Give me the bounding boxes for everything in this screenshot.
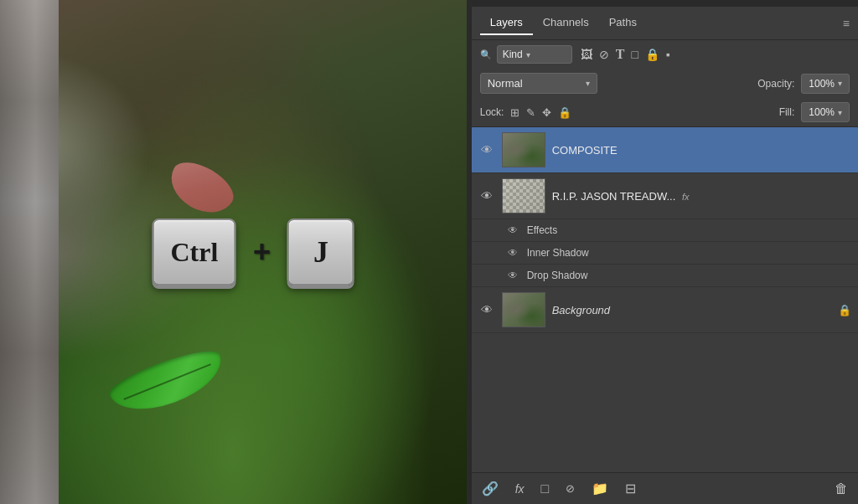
composite-thumb-image	[503, 133, 545, 167]
layer-thumb-background	[502, 292, 545, 327]
stone-pillar	[0, 0, 59, 504]
layer-info-composite: COMPOSITE	[552, 144, 851, 157]
fx-icon[interactable]: fx	[512, 479, 528, 499]
fill-label: Fill:	[779, 106, 795, 118]
drop-shadow-visibility-icon[interactable]: 👁	[505, 268, 520, 283]
inner-shadow-label: Inner Shadow	[527, 247, 589, 259]
image-filter-icon[interactable]: 🖼	[581, 48, 592, 61]
effects-visibility-icon[interactable]: 👁	[505, 223, 520, 238]
layer-item-background[interactable]: 👁 Background 🔒	[472, 287, 858, 333]
layer-visibility-rip[interactable]: 👁	[478, 188, 495, 204]
pixel-filter-icon[interactable]: ▪	[666, 48, 670, 61]
drop-shadow-effect[interactable]: 👁 Drop Shadow	[472, 265, 858, 287]
filter-kind-select[interactable]: Kind ▾	[497, 45, 572, 64]
chevron-down-icon: ▾	[526, 50, 530, 59]
layer-name-background: Background	[552, 304, 831, 316]
blend-mode-select[interactable]: Normal ▾	[480, 73, 597, 94]
drop-shadow-label: Drop Shadow	[527, 270, 588, 281]
ctrl-key: Ctrl	[152, 219, 236, 285]
fill-input[interactable]: 100% ▾	[801, 102, 850, 122]
layer-visibility-composite[interactable]: 👁	[478, 141, 495, 158]
shape-filter-icon[interactable]: □	[631, 48, 638, 61]
circle-filter-icon[interactable]: ⊘	[599, 48, 609, 61]
tabs-bar: Layers Channels Paths ≡	[472, 7, 858, 40]
effects-group: 👁 Effects 👁 Inner Shadow 👁 Drop Shadow	[472, 219, 858, 287]
layer-item-composite[interactable]: 👁 COMPOSITE	[472, 127, 858, 173]
tab-paths[interactable]: Paths	[599, 11, 647, 35]
effects-header[interactable]: 👁 Effects	[472, 219, 858, 242]
inner-shadow-visibility-icon[interactable]: 👁	[505, 245, 520, 260]
delete-layer-icon[interactable]: 🗑	[831, 478, 851, 500]
canvas-area: Ctrl + J	[0, 0, 467, 504]
lock-move-icon[interactable]: ✥	[542, 106, 551, 119]
lock-label: Lock:	[480, 106, 504, 118]
effects-label: Effects	[527, 224, 557, 236]
background-lock-icon: 🔒	[838, 304, 851, 316]
panel-top-bar	[472, 0, 858, 7]
opacity-label: Opacity:	[757, 78, 794, 90]
lock-row: Lock: ⊞ ✎ ✥ 🔒 Fill: 100% ▾	[472, 98, 858, 127]
plus-sign: +	[253, 234, 271, 270]
layer-item-rip[interactable]: 👁 R.I.P. JASON TREADW... fx	[472, 173, 858, 219]
layers-panel: Layers Channels Paths ≡ 🔍 Kind ▾ 🖼 ⊘ T □…	[472, 0, 858, 504]
blend-mode-row: Normal ▾ Opacity: 100% ▾	[472, 69, 858, 98]
rip-thumb-image	[503, 179, 545, 213]
layer-thumb-composite	[502, 132, 545, 167]
filter-icons: 🖼 ⊘ T □ 🔒 ▪	[581, 47, 670, 62]
keyboard-shortcut-overlay: Ctrl + J	[152, 219, 354, 285]
inner-shadow-effect[interactable]: 👁 Inner Shadow	[472, 242, 858, 265]
link-layers-icon[interactable]: 🔗	[478, 477, 502, 500]
new-adjustment-icon[interactable]: ⊘	[562, 479, 578, 498]
new-layer-icon[interactable]: ⊟	[622, 477, 639, 500]
layer-info-background: Background	[552, 304, 831, 316]
layer-fx-badge: fx	[682, 192, 690, 202]
opacity-chevron-icon: ▾	[838, 79, 842, 88]
lock-transparency-icon[interactable]: ⊞	[510, 106, 519, 119]
lock-all-icon[interactable]: 🔒	[558, 106, 571, 119]
new-group-icon[interactable]: 📁	[588, 477, 612, 500]
layer-name-rip: R.I.P. JASON TREADW... fx	[552, 190, 851, 203]
background-thumb-image	[503, 293, 545, 327]
bottom-toolbar: 🔗 fx □ ⊘ 📁 ⊟ 🗑	[472, 472, 858, 504]
layer-thumb-rip	[502, 178, 545, 213]
opacity-input[interactable]: 100% ▾	[801, 74, 850, 94]
layer-name-composite: COMPOSITE	[552, 144, 851, 157]
blend-chevron-icon: ▾	[586, 79, 590, 88]
filter-row: 🔍 Kind ▾ 🖼 ⊘ T □ 🔒 ▪	[472, 40, 858, 69]
fill-chevron-icon: ▾	[838, 108, 842, 117]
lock-icons: ⊞ ✎ ✥ 🔒	[510, 106, 571, 119]
panel-menu-icon[interactable]: ≡	[843, 17, 850, 30]
lock-filter-icon[interactable]: 🔒	[645, 48, 659, 61]
layers-list: 👁 COMPOSITE 👁 R.I.P. JASON TREADW... fx	[472, 127, 858, 472]
tab-layers[interactable]: Layers	[480, 11, 533, 35]
tab-channels[interactable]: Channels	[533, 11, 599, 35]
text-filter-icon[interactable]: T	[616, 47, 625, 62]
layer-info-rip: R.I.P. JASON TREADW... fx	[552, 190, 851, 203]
layer-visibility-background[interactable]: 👁	[478, 301, 495, 318]
search-icon: 🔍	[480, 49, 492, 60]
add-mask-icon[interactable]: □	[538, 478, 553, 500]
j-key: J	[287, 219, 354, 285]
lock-paint-icon[interactable]: ✎	[526, 106, 535, 119]
